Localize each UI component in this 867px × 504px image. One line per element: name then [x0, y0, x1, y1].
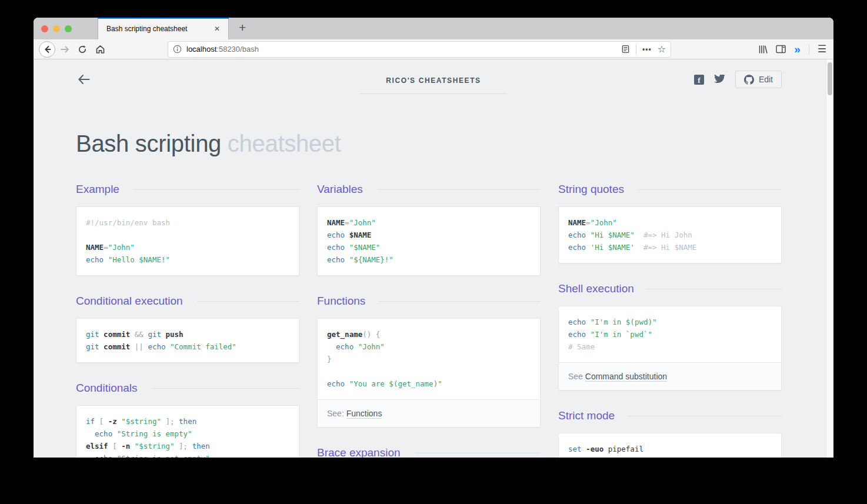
urlbar-separator — [636, 44, 636, 55]
section-conditionals: Conditionals if [ -z "$string" ]; then e… — [76, 382, 299, 458]
maximize-window-button[interactable] — [65, 25, 72, 32]
scrollbar[interactable] — [826, 59, 833, 458]
code-block[interactable]: NAME="John"echo "Hi $NAME" #=> Hi Johnec… — [559, 207, 781, 263]
section-heading: Conditional execution — [76, 295, 183, 308]
new-tab-button[interactable]: + — [234, 19, 251, 36]
code-block[interactable]: echo "I'm in $(pwd)"echo "I'm in `pwd`"#… — [559, 306, 781, 362]
facebook-icon[interactable]: f — [694, 75, 704, 85]
site-info-icon[interactable] — [173, 45, 182, 54]
toolbar-separator — [809, 44, 809, 55]
close-window-button[interactable] — [41, 25, 48, 32]
page-title-main: Bash scripting — [76, 131, 221, 156]
heading-rule — [379, 301, 541, 302]
back-button[interactable] — [38, 41, 56, 58]
section-variables: Variables NAME="John"echo $NAMEecho "$NA… — [317, 183, 541, 276]
brand-divider — [360, 94, 507, 94]
see-link-command-substitution[interactable]: Command substitution — [585, 372, 667, 382]
column-2: Variables NAME="John"echo $NAMEecho "$NA… — [317, 183, 541, 458]
code-card: git commit && git pushgit commit || echo… — [76, 318, 299, 363]
heading-rule — [629, 416, 782, 416]
section-heading: Shell execution — [558, 282, 634, 295]
menu-hamburger-icon[interactable]: ☰ — [818, 43, 826, 55]
see-label: See: — [327, 409, 344, 418]
see-label: See — [568, 372, 583, 381]
code-block[interactable]: #!/usr/bin/env bash NAME="John"echo "Hel… — [76, 207, 299, 275]
code-block[interactable]: if [ -z "$string" ]; then echo "String i… — [76, 406, 299, 458]
url-host: localhost — [186, 45, 216, 54]
url-bar[interactable]: localhost:58230/bash ••• ☆ — [168, 41, 671, 58]
library-icon[interactable] — [758, 45, 768, 54]
reload-icon — [78, 45, 87, 54]
code-card: echo "I'm in $(pwd)"echo "I'm in `pwd`"#… — [558, 306, 782, 390]
traffic-lights — [41, 25, 72, 32]
section-heading: Strict mode — [558, 409, 615, 422]
code-card: get_name() { echo "John"} echo "You are … — [317, 318, 541, 428]
url-path: :58230/bash — [216, 45, 259, 54]
back-icon — [39, 41, 55, 58]
card-footer: See: Functions — [318, 399, 540, 427]
section-example: Example #!/usr/bin/env bash NAME="John"e… — [76, 183, 299, 276]
reader-view-icon[interactable] — [621, 45, 630, 54]
page-title-muted: cheatsheet — [221, 131, 341, 156]
active-tab-indicator — [98, 18, 229, 19]
heading-rule — [134, 189, 299, 190]
code-block[interactable]: get_name() { echo "John"} echo "You are … — [318, 319, 540, 399]
section-heading: String quotes — [558, 183, 624, 196]
home-button[interactable] — [91, 41, 109, 58]
forward-icon — [60, 45, 69, 54]
bookmark-star-icon[interactable]: ☆ — [658, 45, 666, 54]
browser-window: Bash scripting cheatsheet ✕ + localhost:… — [34, 18, 833, 458]
section-heading: Conditionals — [76, 382, 138, 395]
minimize-window-button[interactable] — [53, 25, 60, 32]
section-conditional-execution: Conditional execution git commit && git … — [76, 295, 299, 363]
page-content: RICO'S CHEATSHEETS f Edit Bash scripting… — [34, 59, 833, 458]
edit-button[interactable]: Edit — [735, 71, 782, 88]
heading-rule — [415, 453, 541, 453]
page-title: Bash scripting cheatsheet — [76, 130, 833, 157]
heading-rule — [377, 189, 541, 190]
section-functions: Functions get_name() { echo "John"} echo… — [317, 295, 541, 428]
section-heading: Example — [76, 183, 119, 196]
github-icon — [744, 75, 754, 85]
code-card: #!/usr/bin/env bash NAME="John"echo "Hel… — [76, 206, 299, 276]
forward-button[interactable] — [56, 41, 74, 58]
heading-rule — [152, 388, 299, 389]
overflow-chevrons-icon[interactable]: » — [794, 44, 801, 55]
column-1: Example #!/usr/bin/env bash NAME="John"e… — [76, 183, 299, 458]
section-heading: Functions — [317, 295, 365, 308]
cheatsheet-grid: Example #!/usr/bin/env bash NAME="John"e… — [76, 183, 833, 458]
code-card: set -euo pipefailIFS=$'\n\t' — [558, 433, 782, 458]
code-block[interactable]: NAME="John"echo $NAMEecho "$NAME"echo "$… — [318, 207, 540, 275]
page-actions-icon[interactable]: ••• — [642, 45, 652, 54]
edit-button-label: Edit — [759, 75, 773, 84]
sidebar-icon[interactable] — [776, 45, 786, 54]
home-icon — [95, 45, 105, 54]
heading-rule — [638, 189, 782, 190]
heading-rule — [648, 289, 782, 289]
code-block[interactable]: git commit && git pushgit commit || echo… — [76, 319, 299, 362]
section-strict-mode: Strict mode set -euo pipefailIFS=$'\n\t' — [558, 409, 782, 458]
column-3: String quotes NAME="John"echo "Hi $NAME"… — [558, 183, 782, 458]
section-shell-execution: Shell execution echo "I'm in $(pwd)"echo… — [558, 282, 782, 390]
browser-tab[interactable]: Bash scripting cheatsheet ✕ — [98, 18, 229, 39]
card-footer: See Command substitution — [559, 362, 781, 390]
navigation-toolbar: localhost:58230/bash ••• ☆ » ☰ — [34, 39, 833, 59]
section-heading: Brace expansion — [317, 446, 401, 458]
tab-close-icon[interactable]: ✕ — [212, 24, 222, 34]
section-string-quotes: String quotes NAME="John"echo "Hi $NAME"… — [558, 183, 782, 263]
heading-rule — [197, 301, 299, 302]
tab-bar: Bash scripting cheatsheet ✕ + — [34, 18, 833, 39]
section-brace-expansion: Brace expansion — [317, 446, 541, 458]
scrollbar-thumb[interactable] — [828, 62, 832, 95]
page-header: RICO'S CHEATSHEETS f Edit — [34, 59, 833, 96]
code-card: NAME="John"echo "Hi $NAME" #=> Hi Johnec… — [558, 206, 782, 263]
see-link-functions[interactable]: Functions — [346, 409, 382, 419]
reload-button[interactable] — [74, 41, 91, 58]
code-card: NAME="John"echo $NAMEecho "$NAME"echo "$… — [317, 206, 541, 276]
tab-title: Bash scripting cheatsheet — [106, 25, 212, 33]
section-heading: Variables — [317, 183, 363, 196]
code-card: if [ -z "$string" ]; then echo "String i… — [76, 405, 299, 458]
twitter-icon[interactable] — [714, 75, 725, 84]
code-block[interactable]: set -euo pipefailIFS=$'\n\t' — [559, 433, 781, 458]
